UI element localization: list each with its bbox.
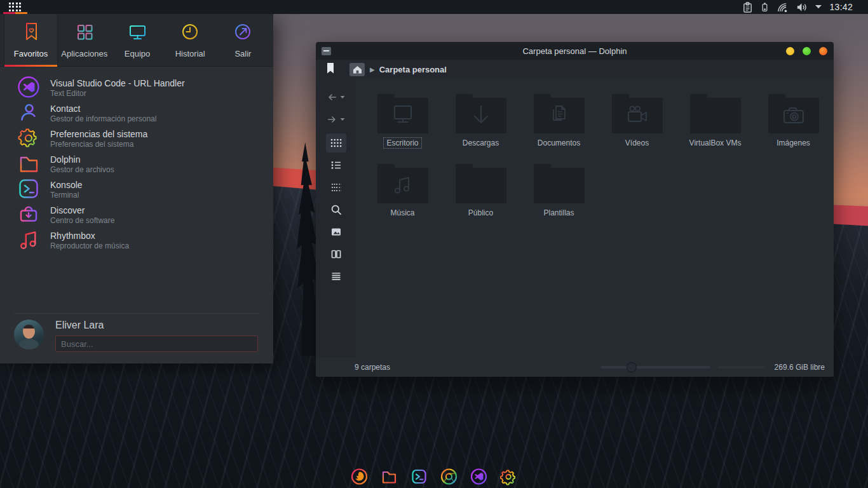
logout-icon <box>233 22 253 44</box>
folder-view[interactable]: Escritorio Descargas Document <box>356 79 834 357</box>
folder-imagenes[interactable]: Imágenes <box>754 90 832 160</box>
search-input[interactable] <box>55 336 258 352</box>
dolphin-window: Carpeta personal — Dolphin ▶ Carpeta per… <box>316 42 834 377</box>
app-item-vscode[interactable]: Visual Studio Code - URL Handler Text Ed… <box>0 76 273 101</box>
folder-label: VirtualBox VMs <box>687 138 744 148</box>
tab-label: Favoritos <box>14 49 48 58</box>
status-free-space: 269.6 GiB libre <box>775 363 825 372</box>
folder-icon-plain <box>456 168 506 203</box>
app-grid-icon <box>74 22 95 44</box>
user-row: Eliver Lara <box>0 314 273 363</box>
app-item-preferencias[interactable]: Preferencias del sistema Preferencias de… <box>0 126 273 152</box>
home-button[interactable] <box>349 63 365 76</box>
folder-icon-plain <box>534 168 585 203</box>
compact-view-button[interactable] <box>326 156 346 175</box>
folder-icon-camera <box>768 98 819 133</box>
software-bag-icon <box>17 202 41 229</box>
folder-icon <box>17 151 41 178</box>
breadcrumb-location[interactable]: Carpeta personal <box>379 65 447 74</box>
caret-down-icon[interactable] <box>815 4 822 10</box>
back-button[interactable] <box>327 89 345 105</box>
chrome-icon[interactable] <box>440 467 459 486</box>
folder-musica[interactable]: Música <box>363 160 442 230</box>
file-manager-icon[interactable] <box>380 467 399 486</box>
folder-publico[interactable]: Público <box>442 160 520 230</box>
maximize-button[interactable] <box>803 47 811 55</box>
folder-escritorio[interactable]: Escritorio <box>363 90 442 160</box>
person-icon <box>17 100 41 127</box>
tab-favoritos[interactable]: Favoritos <box>4 14 58 66</box>
terminal-icon <box>17 177 41 203</box>
details-view-button[interactable] <box>326 178 346 197</box>
close-button[interactable] <box>819 47 827 55</box>
location-bar: ▶ Carpeta personal <box>316 60 834 79</box>
folder-icon-plain <box>690 98 741 133</box>
bookmark-heart-icon <box>21 22 41 44</box>
top-panel: 13:42 <box>0 0 868 14</box>
folder-label: Vídeos <box>623 138 651 148</box>
vscode-icon <box>17 75 41 102</box>
window-titlebar[interactable]: Carpeta personal — Dolphin <box>316 42 834 60</box>
app-item-dolphin[interactable]: Dolphin Gestor de archivos <box>0 152 273 177</box>
app-item-rhythmbox[interactable]: Rhythmbox Reproductor de música <box>0 228 273 254</box>
preview-button[interactable] <box>326 222 346 241</box>
window-title: Carpeta personal — Dolphin <box>316 46 834 56</box>
app-item-discover[interactable]: Discover Centro de software <box>0 203 273 228</box>
folder-videos[interactable]: Vídeos <box>598 90 676 160</box>
zoom-slider[interactable] <box>600 366 710 369</box>
firefox-icon[interactable] <box>350 467 369 486</box>
user-avatar[interactable] <box>14 320 44 349</box>
folder-virtualbox-vms[interactable]: VirtualBox VMs <box>676 90 754 160</box>
clipboard-icon[interactable] <box>742 1 753 13</box>
app-description: Gestor de información personal <box>50 114 156 124</box>
tab-equipo[interactable]: Equipo <box>111 14 163 66</box>
app-description: Reproductor de música <box>50 241 129 251</box>
tab-salir[interactable]: Salir <box>217 14 269 66</box>
bookmark-icon[interactable] <box>327 63 334 76</box>
launcher-active-underline <box>3 12 27 14</box>
folder-label: Público <box>466 208 496 218</box>
folder-icon-video-camera <box>612 98 663 133</box>
app-description: Gestor de archivos <box>50 165 114 175</box>
gear-rainbow-icon <box>17 126 41 152</box>
app-item-konsole[interactable]: Konsole Terminal <box>0 177 273 203</box>
folder-icon-download <box>456 98 506 133</box>
folder-icon-documents <box>534 98 585 133</box>
app-description: Text Editor <box>50 89 185 98</box>
folder-descargas[interactable]: Descargas <box>442 90 520 160</box>
app-grid-icon <box>9 3 22 12</box>
forward-button[interactable] <box>327 111 345 128</box>
battery-icon[interactable] <box>760 1 770 13</box>
vscode-icon[interactable] <box>470 467 489 486</box>
status-items-count: 9 carpetas <box>355 363 390 372</box>
folder-icon-monitor <box>377 98 428 133</box>
tab-label: Aplicaciones <box>61 49 107 58</box>
status-bar: 9 carpetas 269.6 GiB libre <box>316 357 834 377</box>
terminal-icon[interactable] <box>410 467 429 486</box>
app-name: Kontact <box>50 104 156 115</box>
monitor-icon <box>127 22 147 44</box>
search-button[interactable] <box>326 200 346 219</box>
zoom-slider-knob[interactable] <box>627 362 637 372</box>
settings-gear-icon[interactable] <box>499 467 519 486</box>
app-name: Discover <box>50 205 114 217</box>
split-view-button[interactable] <box>326 245 346 264</box>
disk-usage-bar <box>717 366 766 369</box>
folder-plantillas[interactable]: Plantillas <box>520 160 598 230</box>
tab-aplicaciones[interactable]: Aplicaciones <box>58 14 111 66</box>
app-description: Centro de software <box>50 216 114 226</box>
app-item-kontact[interactable]: Kontact Gestor de información personal <box>0 101 273 126</box>
folder-label: Música <box>388 208 417 218</box>
app-launcher-button[interactable] <box>0 0 31 14</box>
favorites-app-list: Visual Studio Code - URL Handler Text Ed… <box>0 67 273 254</box>
minimize-button[interactable] <box>786 47 794 55</box>
panel-clock[interactable]: 13:42 <box>829 2 853 12</box>
folder-documentos[interactable]: Documentos <box>520 90 598 160</box>
folder-label: Descargas <box>460 138 501 148</box>
tab-historial[interactable]: Historial <box>164 14 217 66</box>
volume-icon[interactable] <box>796 2 808 13</box>
menu-button[interactable] <box>326 267 346 286</box>
icons-view-button[interactable] <box>326 133 346 152</box>
dolphin-side-toolbar <box>316 79 356 357</box>
network-icon[interactable] <box>776 2 789 13</box>
